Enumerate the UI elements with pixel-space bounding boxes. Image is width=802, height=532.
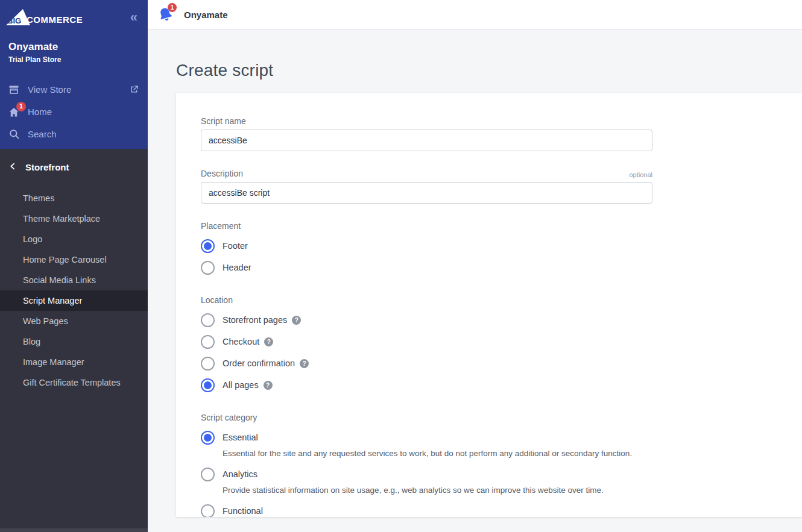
sidebar-item-gift-certificate-templates[interactable]: Gift Certificate Templates bbox=[0, 372, 148, 393]
radio-label: Analytics bbox=[223, 469, 257, 479]
description-label-row: Description optional bbox=[201, 169, 652, 178]
logo-commerce-text: COMMERCE bbox=[27, 14, 83, 25]
option-all-pages: All pages? bbox=[201, 374, 784, 396]
create-script-form-card: Script name Description optional Placeme… bbox=[176, 93, 802, 517]
description-label: Description bbox=[201, 169, 243, 178]
topbar: 1 Onyamate bbox=[148, 0, 802, 30]
radio-label: Order confirmation bbox=[223, 358, 295, 368]
sidebar-item-script-manager[interactable]: Script Manager bbox=[0, 290, 148, 311]
radio-unselected-icon[interactable] bbox=[201, 335, 215, 349]
radio-unselected-icon[interactable] bbox=[201, 504, 215, 518]
sidebar: BIG COMMERCE « Onyamate Trial Plan Store… bbox=[0, 0, 148, 532]
radio-option-footer[interactable]: Footer bbox=[201, 235, 784, 257]
location-label: Location bbox=[201, 295, 784, 305]
logo-row: BIG COMMERCE « bbox=[0, 0, 148, 25]
radio-selected-icon[interactable] bbox=[201, 431, 215, 445]
sidebar-item-view-store[interactable]: View Store bbox=[0, 78, 148, 101]
radio-label: Storefront pages bbox=[223, 315, 287, 325]
sidebar-item-social-media-links[interactable]: Social Media Links bbox=[0, 270, 148, 290]
sidebar-item-label: Search bbox=[28, 129, 139, 139]
chevron-left-icon bbox=[9, 162, 17, 172]
option-description: Essential for the site and any requested… bbox=[223, 449, 784, 458]
radio-option-all-pages[interactable]: All pages? bbox=[201, 374, 784, 396]
location-group: Location Storefront pages?Checkout?Order… bbox=[201, 295, 784, 396]
option-order-confirmation: Order confirmation? bbox=[201, 352, 784, 374]
location-options: Storefront pages?Checkout?Order confirma… bbox=[201, 309, 784, 396]
radio-option-functional[interactable]: Functional bbox=[201, 500, 784, 517]
option-checkout: Checkout? bbox=[201, 331, 784, 352]
radio-option-checkout[interactable]: Checkout? bbox=[201, 331, 784, 352]
placement-options: FooterHeader bbox=[201, 235, 784, 278]
search-icon bbox=[7, 128, 21, 141]
radio-unselected-icon[interactable] bbox=[201, 261, 215, 275]
script-name-label: Script name bbox=[201, 116, 784, 126]
optional-hint: optional bbox=[629, 171, 652, 178]
sidebar-section-items: ThemesTheme MarketplaceLogoHome Page Car… bbox=[0, 188, 148, 393]
radio-selected-icon[interactable] bbox=[201, 239, 215, 253]
radio-option-storefront-pages[interactable]: Storefront pages? bbox=[201, 309, 784, 331]
help-icon[interactable]: ? bbox=[264, 381, 273, 390]
radio-label: Essential bbox=[223, 433, 258, 442]
sidebar-item-search[interactable]: Search bbox=[0, 123, 148, 145]
sidebar-item-blog[interactable]: Blog bbox=[0, 331, 148, 352]
help-icon[interactable]: ? bbox=[300, 359, 309, 368]
radio-unselected-icon[interactable] bbox=[201, 357, 215, 371]
radio-unselected-icon[interactable] bbox=[201, 468, 215, 481]
radio-label: Footer bbox=[223, 241, 248, 251]
sidebar-item-home-page-carousel[interactable]: Home Page Carousel bbox=[0, 249, 148, 270]
radio-option-header[interactable]: Header bbox=[201, 257, 784, 278]
radio-option-analytics[interactable]: Analytics bbox=[201, 463, 784, 485]
radio-label: All pages bbox=[223, 380, 259, 390]
notification-badge: 1 bbox=[16, 102, 26, 111]
radio-option-essential[interactable]: Essential bbox=[201, 427, 784, 448]
sidebar-item-web-pages[interactable]: Web Pages bbox=[0, 311, 148, 331]
script-name-field: Script name bbox=[201, 116, 784, 151]
notification-count-badge: 1 bbox=[168, 3, 177, 12]
option-header: Header bbox=[201, 257, 784, 278]
radio-label: Functional bbox=[223, 506, 263, 516]
page-content: Create script Script name Description op… bbox=[148, 30, 802, 532]
sidebar-item-label: View Store bbox=[28, 84, 128, 95]
collapse-sidebar-icon[interactable]: « bbox=[130, 11, 137, 24]
radio-label: Header bbox=[223, 263, 251, 272]
option-analytics: AnalyticsProvide statistical information… bbox=[201, 463, 784, 495]
sidebar-item-label: Home bbox=[28, 107, 139, 117]
bigcommerce-triangle-icon: BIG bbox=[6, 9, 30, 25]
sidebar-section-header-storefront[interactable]: Storefront bbox=[0, 162, 148, 172]
script-category-label: Script category bbox=[201, 413, 784, 422]
description-input[interactable] bbox=[201, 182, 652, 204]
external-link-icon[interactable] bbox=[128, 84, 139, 95]
help-icon[interactable]: ? bbox=[264, 337, 273, 346]
help-icon[interactable]: ? bbox=[292, 316, 301, 325]
radio-unselected-icon[interactable] bbox=[201, 313, 215, 327]
store-plan: Trial Plan Store bbox=[8, 55, 148, 64]
page-title: Create script bbox=[176, 61, 802, 80]
sidebar-item-logo[interactable]: Logo bbox=[0, 229, 148, 249]
topbar-store-name: Onyamate bbox=[184, 10, 228, 20]
bigcommerce-logo[interactable]: BIG COMMERCE bbox=[6, 9, 83, 25]
placement-group: Placement FooterHeader bbox=[201, 221, 784, 278]
script-category-options: EssentialEssential for the site and any … bbox=[201, 427, 784, 517]
home-icon: 1 bbox=[7, 105, 21, 119]
sidebar-top: BIG COMMERCE « Onyamate Trial Plan Store… bbox=[0, 0, 148, 149]
storefront-icon bbox=[7, 83, 21, 96]
option-essential: EssentialEssential for the site and any … bbox=[201, 427, 784, 458]
script-name-input[interactable] bbox=[201, 130, 652, 151]
radio-selected-icon[interactable] bbox=[201, 378, 215, 392]
script-category-group: Script category EssentialEssential for t… bbox=[201, 413, 784, 517]
sidebar-item-home[interactable]: 1Home bbox=[0, 101, 148, 123]
option-storefront-pages: Storefront pages? bbox=[201, 309, 784, 331]
notifications-bell-icon[interactable]: 1 bbox=[156, 5, 175, 24]
option-functional: Functional bbox=[201, 500, 784, 517]
sidebar-item-image-manager[interactable]: Image Manager bbox=[0, 352, 148, 372]
section-title: Storefront bbox=[25, 162, 69, 172]
sidebar-main-nav: View Store1HomeSearch bbox=[0, 78, 148, 145]
option-footer: Footer bbox=[201, 235, 784, 257]
radio-option-order-confirmation[interactable]: Order confirmation? bbox=[201, 352, 784, 374]
sidebar-item-themes[interactable]: Themes bbox=[0, 188, 148, 208]
description-field: Description optional bbox=[201, 169, 784, 204]
radio-label: Checkout bbox=[223, 337, 259, 346]
logo-big-text: BIG bbox=[7, 16, 21, 25]
sidebar-item-theme-marketplace[interactable]: Theme Marketplace bbox=[0, 208, 148, 229]
app-root: BIG COMMERCE « Onyamate Trial Plan Store… bbox=[0, 0, 802, 532]
